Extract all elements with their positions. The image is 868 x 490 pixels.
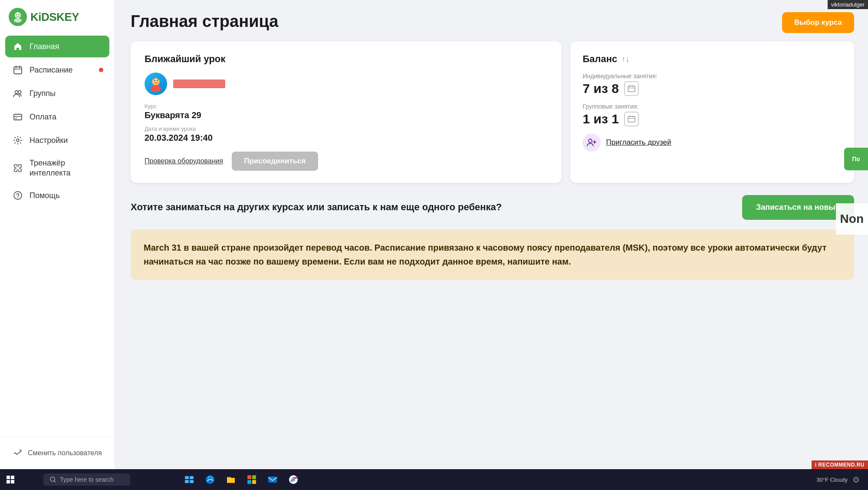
svg-rect-21 — [11, 476, 14, 479]
lesson-actions: Проверка оборудования Присоединиться — [145, 152, 548, 171]
home-icon — [12, 41, 23, 52]
svg-rect-31 — [252, 475, 256, 479]
lesson-card: Ближайший урок — [131, 41, 562, 183]
sidebar-bottom: Сменить пользователя — [0, 437, 115, 469]
edge-icon[interactable] — [203, 473, 217, 487]
svg-rect-17 — [628, 86, 635, 92]
course-select-button[interactable]: Выбор курса — [782, 12, 854, 33]
taskbar-search[interactable]: Type here to search — [43, 473, 130, 486]
svg-rect-7 — [14, 114, 22, 120]
sidebar-item-payment[interactable]: Оплата — [5, 106, 109, 128]
svg-rect-28 — [190, 480, 194, 483]
taskbar-wifi-icon: ⊙ — [853, 475, 859, 484]
sidebar-item-home-label: Главная — [30, 42, 59, 51]
file-explorer-icon[interactable] — [224, 473, 238, 487]
taskbar-search-icon — [49, 476, 56, 483]
taskbar-weather: 30°F Cloudy — [816, 477, 848, 483]
svg-rect-30 — [247, 475, 251, 479]
chrome-icon[interactable] — [286, 473, 300, 487]
individual-balance-row: 7 из 8 — [582, 81, 842, 96]
sidebar-item-help[interactable]: Помощь — [5, 185, 109, 206]
taskview-icon[interactable] — [182, 473, 196, 487]
balance-arrows-icon: ↑↓ — [621, 55, 629, 64]
lesson-student-row — [145, 73, 548, 95]
switch-user-icon — [12, 447, 23, 459]
sidebar-item-groups[interactable]: Группы — [5, 83, 109, 104]
invite-friends-link[interactable]: Пригласить друзей — [606, 138, 671, 147]
svg-point-6 — [18, 91, 21, 94]
join-button[interactable]: Присоединиться — [232, 152, 318, 171]
student-name-redacted — [173, 79, 225, 88]
svg-point-9 — [16, 139, 19, 142]
invite-friends-row: Пригласить друзей — [582, 133, 842, 152]
balance-title-row: Баланс ↑↓ — [582, 53, 842, 65]
main-content: Выбор курса Главная страница Ближайший у… — [115, 0, 868, 469]
sidebar-item-groups-label: Группы — [30, 89, 56, 98]
logo-text: KiDSKEY — [30, 10, 79, 24]
switch-user-button[interactable]: Сменить пользователя — [5, 442, 109, 464]
individual-calendar-icon[interactable] — [624, 81, 639, 96]
balance-title: Баланс — [582, 53, 617, 65]
windows-start-button[interactable] — [0, 469, 21, 490]
svg-point-19 — [589, 139, 592, 142]
page-title: Главная страница — [131, 12, 854, 31]
group-calendar-icon[interactable] — [624, 112, 639, 126]
course-value: Букварята 29 — [145, 110, 548, 120]
mail-icon[interactable] — [266, 473, 279, 487]
svg-point-16 — [157, 80, 158, 81]
promo-text: Хотите заниматься на других курсах или з… — [131, 201, 733, 214]
notification-text: March 31 в вашей стране произойдет перев… — [144, 241, 841, 268]
svg-rect-33 — [252, 480, 256, 484]
taskbar: Type here to search — [0, 469, 868, 490]
sidebar-item-payment-label: Оплата — [30, 113, 56, 122]
svg-rect-34 — [268, 477, 277, 483]
kidskey-logo-icon — [9, 8, 27, 26]
notification-banner: March 31 в вашей стране произойдет перев… — [131, 229, 854, 280]
top-row: Ближайший урок — [131, 41, 854, 183]
course-label: Курс — [145, 103, 548, 109]
svg-point-11 — [17, 197, 18, 198]
svg-rect-8 — [15, 118, 17, 119]
sidebar: KiDSKEY Главная — [0, 0, 115, 469]
recommend-badge: i RECOMMEND.RU — [812, 460, 868, 469]
student-avatar — [145, 73, 167, 95]
puzzle-icon — [12, 162, 23, 174]
nav-items: Главная Расписание — [0, 32, 115, 437]
taskbar-right: 30°F Cloudy ⊙ — [816, 475, 868, 484]
taskbar-search-text: Type here to search — [60, 476, 114, 483]
svg-rect-32 — [247, 480, 251, 484]
sidebar-item-trainer[interactable]: Тренажёр интеллекта — [5, 153, 109, 183]
sidebar-item-settings[interactable]: Настройки — [5, 129, 109, 151]
datetime-label: Дата и время урока — [145, 126, 548, 132]
svg-rect-27 — [185, 480, 189, 483]
svg-point-5 — [15, 91, 18, 94]
windows-store-icon[interactable] — [245, 473, 259, 487]
svg-point-38 — [293, 479, 294, 480]
invite-friends-icon — [582, 133, 601, 152]
groups-icon — [12, 88, 23, 99]
lesson-card-title: Ближайший урок — [145, 53, 548, 65]
svg-rect-23 — [11, 480, 14, 483]
sidebar-item-schedule-label: Расписание — [30, 66, 72, 75]
sidebar-item-schedule[interactable]: Расписание — [5, 59, 109, 81]
taskbar-app-icons — [182, 473, 300, 487]
partial-subscribe-button[interactable]: По — [844, 148, 868, 170]
svg-point-2 — [16, 14, 17, 16]
group-value: 1 из 1 — [582, 112, 618, 126]
equipment-check-link[interactable]: Проверка оборудования — [145, 157, 223, 165]
sidebar-item-help-label: Помощь — [30, 191, 60, 200]
svg-rect-4 — [14, 67, 22, 74]
calendar-icon — [12, 64, 23, 76]
svg-point-15 — [154, 80, 155, 81]
svg-rect-18 — [628, 116, 635, 122]
promo-text-block: Хотите заниматься на других курсах или з… — [131, 201, 733, 214]
sidebar-item-home[interactable]: Главная — [5, 36, 109, 57]
svg-rect-26 — [190, 476, 194, 479]
group-label: Групповые занятия: — [582, 103, 842, 110]
individual-label: Индивидуальные занятия: — [582, 73, 842, 79]
help-icon — [12, 190, 23, 201]
datetime-value: 20.03.2024 19:40 — [145, 133, 548, 143]
svg-point-3 — [19, 14, 20, 16]
logo-area[interactable]: KiDSKEY — [0, 0, 115, 32]
group-balance-row: 1 из 1 — [582, 112, 842, 126]
